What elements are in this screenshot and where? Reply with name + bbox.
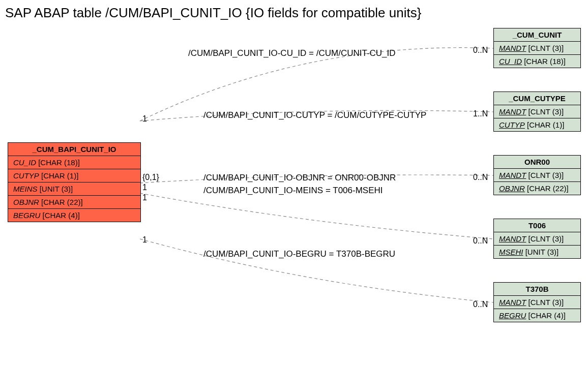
- relation-label: /CUM/BAPI_CUNIT_IO-CU_ID = /CUM/CUNIT-CU…: [188, 48, 396, 58]
- entity-header: _CUM_CUTYPE: [494, 92, 580, 105]
- entity-cum-cutype: _CUM_CUTYPE MANDT [CLNT (3)] CUTYP [CHAR…: [493, 92, 581, 132]
- field-name: MSEHI: [499, 248, 523, 256]
- field-type: [CHAR (22)]: [41, 198, 83, 206]
- entity-main: _CUM_BAPI_CUNIT_IO CU_ID [CHAR (18)] CUT…: [8, 142, 141, 222]
- field-name: MEINS: [13, 185, 38, 193]
- field-row: CUTYP [CHAR (1)]: [8, 169, 140, 182]
- field-row: CU_ID [CHAR (18)]: [494, 55, 580, 68]
- entity-header: _CUM_CUNIT: [494, 28, 580, 42]
- field-row: OBJNR [CHAR (22)]: [8, 196, 140, 209]
- field-name: CU_ID: [499, 57, 522, 66]
- field-type: [CHAR (1)]: [41, 171, 78, 180]
- relation-label: /CUM/BAPI_CUNIT_IO-OBJNR = ONR00-OBJNR: [203, 173, 396, 183]
- field-type: [UNIT (3)]: [40, 185, 73, 193]
- field-row: MANDT [CLNT (3)]: [494, 296, 580, 309]
- cardinality-right: 0..N: [473, 300, 488, 309]
- field-name: MANDT: [499, 171, 526, 179]
- field-row: BEGRU [CHAR (4)]: [8, 209, 140, 222]
- field-name: OBJNR: [499, 184, 525, 193]
- relation-label: /CUM/BAPI_CUNIT_IO-BEGRU = T370B-BEGRU: [203, 249, 395, 259]
- field-name: CUTYP: [499, 120, 525, 129]
- cardinality-left: 1: [142, 114, 147, 124]
- field-name: MANDT: [499, 107, 526, 116]
- cardinality-left: 1: [142, 193, 147, 202]
- field-name: BEGRU: [499, 311, 526, 320]
- field-type: [UNIT (3)]: [525, 248, 559, 256]
- entity-t370b: T370B MANDT [CLNT (3)] BEGRU [CHAR (4)]: [493, 282, 581, 322]
- field-row: CU_ID [CHAR (18)]: [8, 156, 140, 169]
- entity-header: ONR00: [494, 156, 580, 169]
- field-type: [CHAR (1)]: [527, 120, 564, 129]
- entity-header: T006: [494, 219, 580, 232]
- cardinality-right: 1..N: [473, 109, 488, 118]
- field-type: [CHAR (4)]: [43, 211, 80, 220]
- field-type: [CLNT (3)]: [528, 298, 564, 307]
- entity-t006: T006 MANDT [CLNT (3)] MSEHI [UNIT (3)]: [493, 219, 581, 259]
- field-type: [CHAR (18)]: [524, 57, 566, 66]
- field-type: [CLNT (3)]: [528, 234, 564, 243]
- field-type: [CHAR (18)]: [38, 158, 80, 167]
- field-row: CUTYP [CHAR (1)]: [494, 118, 580, 131]
- entity-header: _CUM_BAPI_CUNIT_IO: [8, 143, 140, 156]
- field-name: CU_ID: [13, 158, 36, 167]
- field-row: BEGRU [CHAR (4)]: [494, 309, 580, 322]
- field-type: [CLNT (3)]: [528, 171, 564, 179]
- field-row: MANDT [CLNT (3)]: [494, 232, 580, 246]
- field-name: MANDT: [499, 298, 526, 307]
- field-name: MANDT: [499, 234, 526, 243]
- field-name: CUTYP: [13, 171, 39, 180]
- field-row: MANDT [CLNT (3)]: [494, 42, 580, 55]
- page-title: SAP ABAP table /CUM/BAPI_CUNIT_IO {IO fi…: [5, 5, 421, 21]
- field-type: [CHAR (22)]: [527, 184, 569, 193]
- field-name: OBJNR: [13, 198, 39, 206]
- relation-label: /CUM/BAPI_CUNIT_IO-MEINS = T006-MSEHI: [203, 186, 383, 196]
- relation-label: /CUM/BAPI_CUNIT_IO-CUTYP = /CUM/CUTYPE-C…: [203, 110, 426, 120]
- cardinality-right: 0..N: [473, 236, 488, 246]
- field-row: MEINS [UNIT (3)]: [8, 182, 140, 196]
- field-type: [CLNT (3)]: [528, 44, 564, 52]
- field-type: [CHAR (4)]: [528, 311, 566, 320]
- field-type: [CLNT (3)]: [528, 107, 564, 116]
- cardinality-left: {0,1}: [142, 173, 159, 182]
- field-name: MANDT: [499, 44, 526, 52]
- entity-onr00: ONR00 MANDT [CLNT (3)] OBJNR [CHAR (22)]: [493, 155, 581, 195]
- field-row: MANDT [CLNT (3)]: [494, 105, 580, 118]
- cardinality-left: 1: [142, 183, 147, 192]
- cardinality-left: 1: [142, 235, 147, 245]
- field-row: OBJNR [CHAR (22)]: [494, 182, 580, 195]
- field-row: MANDT [CLNT (3)]: [494, 169, 580, 182]
- entity-cum-cunit: _CUM_CUNIT MANDT [CLNT (3)] CU_ID [CHAR …: [493, 28, 581, 68]
- cardinality-right: 0..N: [473, 46, 488, 55]
- entity-header: T370B: [494, 283, 580, 296]
- field-row: MSEHI [UNIT (3)]: [494, 246, 580, 258]
- field-name: BEGRU: [13, 211, 40, 220]
- cardinality-right: 0..N: [473, 173, 488, 182]
